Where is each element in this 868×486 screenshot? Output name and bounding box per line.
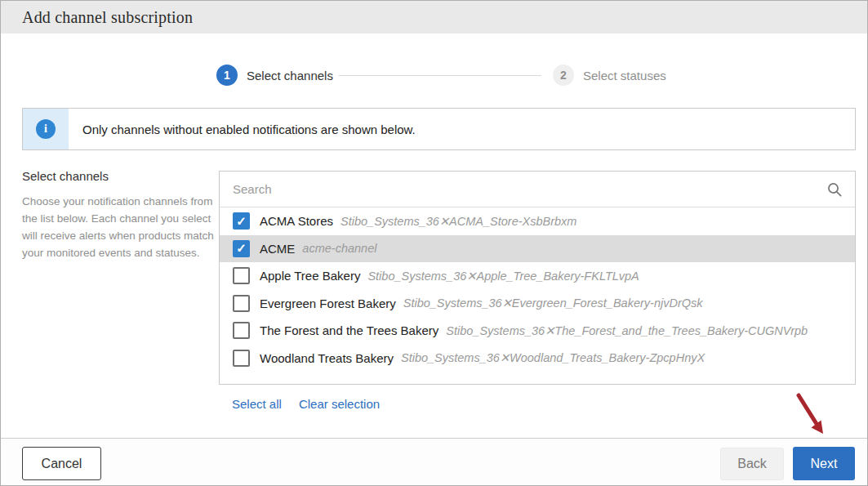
info-banner-text: Only channels without enabled notificati…	[69, 109, 416, 149]
left-panel: Select channels Choose your notification…	[22, 169, 218, 261]
add-channel-subscription-dialog: Add channel subscription 1 Select channe…	[0, 0, 868, 486]
info-banner-icon-cell: i	[23, 109, 69, 149]
channel-name: ACMA Stores	[260, 214, 333, 228]
channel-row[interactable]: Apple Tree Bakery Stibo_Systems_36✕Apple…	[220, 262, 855, 290]
dialog-title: Add channel subscription	[22, 8, 193, 27]
stepper-step-2: 2 Select statuses	[553, 65, 666, 86]
channel-checkbox[interactable]	[233, 267, 250, 284]
channel-id: Stibo_Systems_36✕ACMA_Store-XsbBrbxm	[341, 215, 576, 228]
channel-id: Stibo_Systems_36✕Woodland_Treats_Bakery-…	[401, 351, 705, 364]
stepper-connector	[339, 75, 541, 76]
channel-list-box: ✓ ACMA Stores Stibo_Systems_36✕ACMA_Stor…	[219, 171, 856, 385]
select-channels-description: Choose your notification channels from t…	[22, 193, 218, 261]
select-channels-heading: Select channels	[22, 169, 218, 183]
channel-id: Stibo_Systems_36✕The_Forest_and_the_Tree…	[446, 324, 808, 337]
channel-id: Stibo_Systems_36✕Evergreen_Forest_Bakery…	[403, 297, 703, 310]
channel-checkbox[interactable]: ✓	[233, 212, 250, 230]
list-actions: Select all Clear selection	[232, 397, 380, 411]
channel-checkbox[interactable]	[233, 295, 250, 312]
channel-id: Stibo_Systems_36✕Apple_Tree_Bakery-FKLTL…	[367, 270, 639, 283]
back-button[interactable]: Back	[720, 448, 784, 480]
step-1-label: Select channels	[247, 69, 333, 82]
search-input[interactable]	[220, 172, 855, 207]
channel-row[interactable]: ✓ ACME acme-channel	[220, 235, 855, 263]
channel-checkbox[interactable]: ✓	[233, 240, 250, 257]
channel-row[interactable]: Woodland Treats Bakery Stibo_Systems_36✕…	[220, 345, 855, 372]
search-icon[interactable]	[827, 182, 842, 197]
step-2-label: Select statuses	[583, 69, 666, 82]
channel-row[interactable]: ✓ ACMA Stores Stibo_Systems_36✕ACMA_Stor…	[220, 207, 855, 235]
channel-name: Woodland Treats Bakery	[260, 351, 394, 365]
step-1-indicator: 1	[216, 65, 238, 86]
channel-name: Apple Tree Bakery	[260, 269, 360, 283]
channel-name: The Forest and the Trees Bakery	[260, 323, 438, 337]
step-2-indicator: 2	[553, 65, 574, 86]
channel-row[interactable]: The Forest and the Trees Bakery Stibo_Sy…	[220, 317, 855, 345]
dialog-footer: Cancel Back Next	[1, 438, 867, 485]
channel-rows: ✓ ACMA Stores Stibo_Systems_36✕ACMA_Stor…	[220, 207, 855, 372]
dialog-titlebar: Add channel subscription	[1, 1, 867, 33]
stepper-step-1: 1 Select channels	[216, 65, 333, 86]
clear-selection-link[interactable]: Clear selection	[299, 397, 380, 411]
channel-id: acme-channel	[302, 242, 376, 255]
info-icon: i	[36, 119, 56, 139]
channel-checkbox[interactable]	[233, 350, 250, 367]
search-row	[220, 172, 855, 207]
channel-row[interactable]: Evergreen Forest Bakery Stibo_Systems_36…	[220, 290, 855, 318]
cancel-button[interactable]: Cancel	[22, 447, 101, 480]
next-button[interactable]: Next	[793, 447, 855, 480]
channel-name: ACME	[260, 242, 295, 256]
channel-name: Evergreen Forest Bakery	[260, 297, 396, 310]
channel-checkbox[interactable]	[233, 322, 250, 339]
select-all-link[interactable]: Select all	[232, 397, 282, 411]
info-banner: i Only channels without enabled notifica…	[22, 108, 856, 150]
